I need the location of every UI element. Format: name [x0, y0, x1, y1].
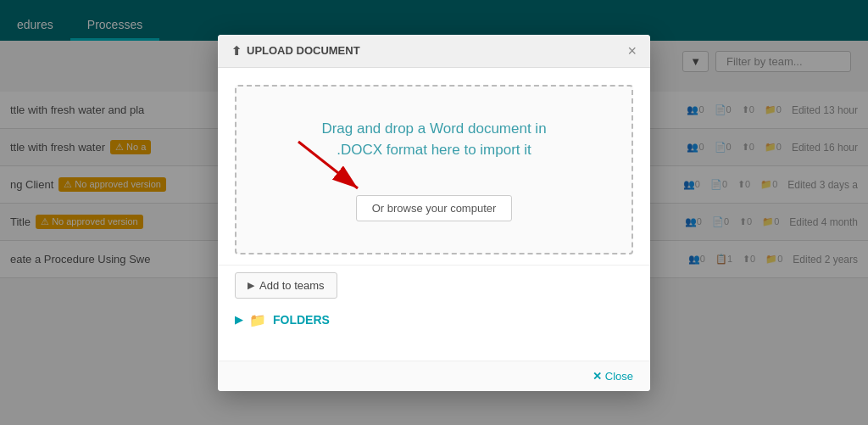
teams-section: ▶ Add to teams	[218, 265, 650, 305]
drag-arrow-icon	[281, 133, 383, 201]
modal-header: ⬆ UPLOAD DOCUMENT ×	[218, 35, 650, 68]
chevron-right-icon: ▶	[248, 280, 254, 291]
add-to-teams-button[interactable]: ▶ Add to teams	[235, 272, 337, 299]
chevron-right-icon: ▶	[235, 314, 242, 326]
upload-icon: ⬆	[231, 44, 242, 58]
close-x-icon: ✕	[593, 370, 602, 383]
folder-icon: 📁	[249, 312, 266, 328]
modal-overlay: ⬆ UPLOAD DOCUMENT × Drag and drop a Word…	[0, 0, 868, 425]
folders-section: ▶ 📁 FOLDERS	[218, 305, 650, 342]
modal-title: ⬆ UPLOAD DOCUMENT	[231, 44, 360, 58]
modal-footer: ✕ Close	[218, 361, 650, 391]
folders-row[interactable]: ▶ 📁 FOLDERS	[235, 312, 633, 328]
modal-close-button[interactable]: ×	[627, 43, 637, 59]
drop-zone[interactable]: Drag and drop a Word document in .DOCX f…	[235, 85, 633, 254]
svg-line-1	[298, 142, 358, 188]
upload-document-modal: ⬆ UPLOAD DOCUMENT × Drag and drop a Word…	[218, 35, 650, 391]
footer-close-button[interactable]: ✕ Close	[593, 370, 633, 383]
